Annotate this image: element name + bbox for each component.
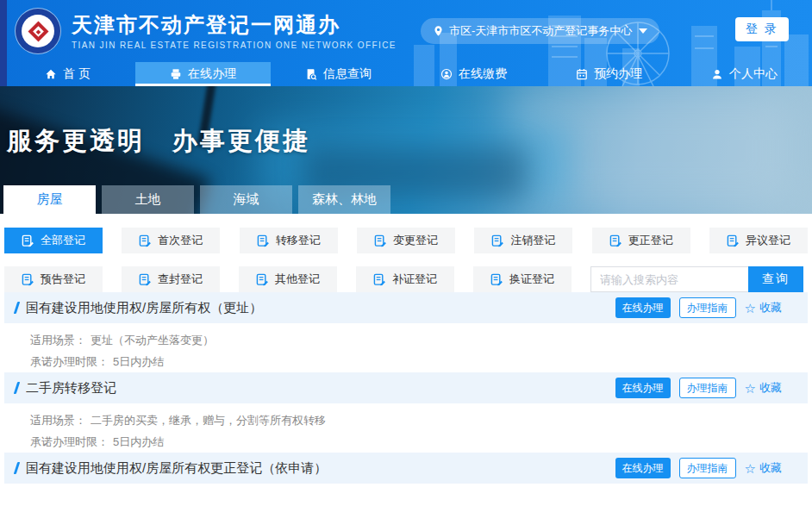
main-nav: 首 页 在线办理 信息查询 [0, 62, 812, 86]
hero-photo-highlight [510, 91, 795, 211]
filter-other-registration[interactable]: 其他登记 [239, 266, 337, 292]
document-edit-icon [374, 234, 387, 247]
district-selector-label: 市区-天津市市区不动产登记事务中心 [449, 23, 632, 39]
tab-sea-area[interactable]: 海域 [200, 185, 292, 214]
service-item-title: 国有建设用地使用权/房屋所有权（更址） [26, 300, 262, 316]
payment-icon [440, 68, 453, 80]
title-block: 天津市不动产登记一网通办 TIAN JIN REAL ESTATE REGIST… [72, 13, 397, 50]
login-button[interactable]: 登 录 [735, 17, 789, 41]
district-selector[interactable]: 市区-天津市市区不动产登记事务中心 [421, 18, 659, 44]
chevron-down-icon [639, 28, 647, 34]
tab-house[interactable]: 房屋 [3, 185, 96, 214]
scene-line: 适用场景：二手房的买卖，继承，赠与，分割等所有权转移 [30, 409, 808, 431]
favorite-button[interactable]: ☆ 收藏 [745, 300, 782, 315]
site-subtitle: TIAN JIN REAL ESTATE REGISTRATION ONE NE… [72, 41, 397, 50]
nav-item-info-query[interactable]: 信息查询 [271, 62, 406, 86]
nav-item-user-center[interactable]: 个人中心 [677, 62, 812, 86]
filter-row-2: 预告登记 查封登记 其他登记 补证登记 换证登记 查询 [4, 266, 808, 292]
document-edit-icon [139, 273, 152, 286]
service-item-header: 国有建设用地使用权/房屋所有权更正登记（依申请） 在线办理 办理指南 ☆ 收藏 [4, 453, 808, 484]
nav-item-home[interactable]: 首 页 [0, 62, 135, 86]
star-icon: ☆ [745, 302, 756, 315]
online-handle-button[interactable]: 在线办理 [615, 297, 671, 318]
filter-change-registration[interactable]: 变更登记 [357, 228, 455, 253]
guide-button[interactable]: 办理指南 [679, 458, 736, 478]
service-item-header: 国有建设用地使用权/房屋所有权（更址） 在线办理 办理指南 ☆ 收藏 [4, 292, 808, 323]
search-button[interactable]: 查询 [748, 266, 803, 292]
page: 天津市不动产登记一网通办 TIAN JIN REAL ESTATE REGIST… [0, 0, 812, 506]
service-item-actions: 在线办理 办理指南 ☆ 收藏 [615, 297, 782, 318]
nav-item-online-service[interactable]: 在线办理 [135, 62, 271, 86]
nav-item-label: 信息查询 [323, 66, 372, 82]
filter-row-1: 全部登记 首次登记 转移登记 变更登记 注销登记 更正登记 [4, 228, 808, 253]
nav-item-label: 在线办理 [188, 66, 236, 82]
nav-item-label: 预约办理 [594, 66, 642, 82]
filter-first-registration[interactable]: 首次登记 [122, 228, 220, 253]
site-logo [16, 9, 60, 53]
item-marker [14, 382, 21, 394]
home-icon [45, 68, 57, 80]
guide-button[interactable]: 办理指南 [679, 378, 736, 398]
star-icon: ☆ [745, 462, 756, 475]
service-item-actions: 在线办理 办理指南 ☆ 收藏 [615, 378, 782, 398]
scene-line: 适用场景：更址（不动产坐落变更） [30, 329, 808, 351]
service-item: 国有建设用地使用权/房屋所有权更正登记（依申请） 在线办理 办理指南 ☆ 收藏 [4, 453, 808, 484]
nav-item-label: 在线缴费 [459, 66, 507, 82]
online-handle-button[interactable]: 在线办理 [615, 378, 671, 398]
document-edit-icon [373, 273, 386, 286]
header: 天津市不动产登记一网通办 TIAN JIN REAL ESTATE REGIST… [0, 0, 812, 86]
service-item: 国有建设用地使用权/房屋所有权（更址） 在线办理 办理指南 ☆ 收藏 适用场景：… [4, 292, 808, 372]
document-edit-icon [139, 234, 152, 247]
search-group: 查询 [590, 266, 803, 292]
filter-transfer-registration[interactable]: 转移登记 [240, 228, 338, 253]
service-item-actions: 在线办理 办理指南 ☆ 收藏 [615, 458, 782, 478]
document-edit-icon [727, 234, 740, 247]
hero-banner: 服务更透明 办事更便捷 房屋 土地 海域 森林、林地 [0, 86, 812, 214]
search-input[interactable] [590, 266, 748, 292]
item-marker [14, 462, 21, 474]
document-edit-icon [256, 273, 269, 286]
nav-item-online-payment[interactable]: 在线缴费 [406, 62, 541, 86]
nav-item-label: 首 页 [63, 66, 91, 82]
location-pin-icon [433, 25, 444, 37]
filter-cancel-registration[interactable]: 注销登记 [474, 228, 572, 253]
tab-forest[interactable]: 森林、林地 [298, 185, 390, 214]
document-edit-icon [609, 234, 622, 247]
document-edit-icon [22, 234, 34, 247]
nav-item-appointment[interactable]: 预约办理 [541, 62, 677, 86]
hero-slogan: 服务更透明 办事更便捷 [7, 124, 310, 159]
filter-seizure-registration[interactable]: 查封登记 [122, 266, 220, 292]
service-item-title: 二手房转移登记 [26, 380, 116, 397]
filter-all-registration[interactable]: 全部登记 [4, 228, 103, 253]
service-item-details: 适用场景：更址（不动产坐落变更） 承诺办理时限：5日内办结 [4, 323, 808, 372]
guide-button[interactable]: 办理指南 [679, 297, 736, 318]
header-row: 天津市不动产登记一网通办 TIAN JIN REAL ESTATE REGIST… [0, 0, 812, 62]
time-limit-line: 承诺办理时限：5日内办结 [30, 431, 808, 453]
online-handle-button[interactable]: 在线办理 [615, 458, 671, 478]
service-item-header: 二手房转移登记 在线办理 办理指南 ☆ 收藏 [4, 372, 808, 403]
category-tabs: 房屋 土地 海域 森林、林地 [3, 185, 390, 214]
logo-inner-ring [22, 15, 54, 47]
filter-advance-notice-registration[interactable]: 预告登记 [4, 266, 103, 292]
online-service-icon [170, 68, 182, 80]
nav-item-label: 个人中心 [729, 66, 778, 82]
filter-objection-registration[interactable]: 异议登记 [709, 228, 808, 253]
tab-land[interactable]: 土地 [102, 185, 194, 214]
site-title: 天津市不动产登记一网通办 [72, 13, 397, 37]
calendar-icon [576, 68, 588, 80]
document-edit-icon [22, 273, 34, 286]
item-marker [14, 302, 21, 314]
star-icon: ☆ [745, 382, 756, 395]
service-item-details: 适用场景：二手房的买卖，继承，赠与，分割等所有权转移 承诺办理时限：5日内办结 [4, 403, 808, 453]
left-edge-strip [0, 0, 7, 86]
filter-reissue-registration[interactable]: 补证登记 [356, 266, 454, 292]
favorite-button[interactable]: ☆ 收藏 [745, 380, 782, 396]
filter-correction-registration[interactable]: 更正登记 [592, 228, 690, 253]
filter-replacement-registration[interactable]: 换证登记 [473, 266, 572, 292]
document-edit-icon [490, 273, 503, 286]
favorite-button[interactable]: ☆ 收藏 [745, 460, 782, 476]
content: 全部登记 首次登记 转移登记 变更登记 注销登记 更正登记 [0, 214, 812, 484]
file-search-icon [305, 68, 317, 80]
service-item-title: 国有建设用地使用权/房屋所有权更正登记（依申请） [26, 460, 327, 477]
time-limit-line: 承诺办理时限：5日内办结 [30, 351, 808, 372]
